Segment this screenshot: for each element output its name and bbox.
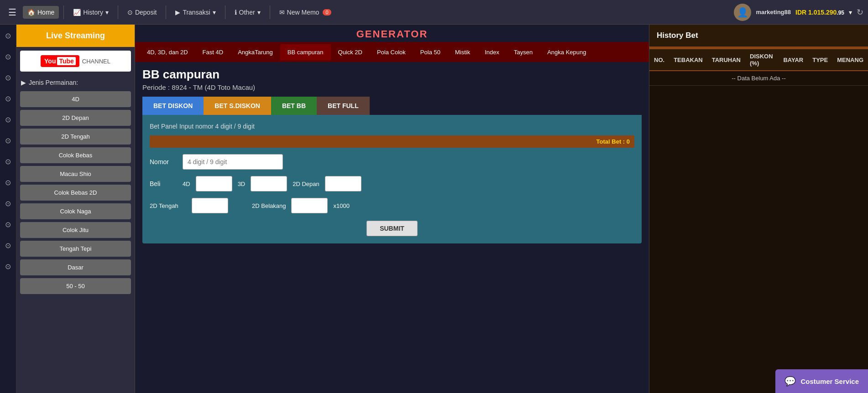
youtube-banner[interactable]: You Tube CHANNEL: [20, 51, 131, 72]
sidebar-icon-2[interactable]: ⊙: [2, 50, 15, 63]
menu-label-macau-shio: Macau Shio: [60, 171, 91, 177]
sidebar-icon-1[interactable]: ⊙: [2, 29, 15, 42]
label-2d-belakang: 2D Belakang: [252, 202, 286, 209]
input-3d[interactable]: [251, 176, 287, 191]
label-2d-depan: 2D Depan: [293, 181, 319, 187]
tab-label-fast4d: Fast 4D: [203, 49, 224, 56]
bet-tab-full[interactable]: BET FULL: [317, 97, 370, 115]
input-2d-belakang[interactable]: [291, 198, 328, 213]
deposit-icon: ⊙: [127, 9, 133, 16]
total-bet-bar: Total Bet : 0: [150, 135, 634, 148]
other-button[interactable]: ℹ Other ▾: [230, 6, 265, 19]
menu-label-colok-bebas: Colok Bebas: [59, 152, 93, 159]
tab-angka-kepung[interactable]: Angka Kepung: [540, 44, 593, 60]
menu-item-4d[interactable]: 4D: [20, 91, 131, 107]
play-icon: ▶: [175, 9, 180, 16]
col-type-label: TYPE: [812, 57, 828, 63]
col-tebakan: TEBAKAN: [669, 49, 707, 71]
col-bayar-label: BAYAR: [783, 57, 803, 63]
input-4d[interactable]: [196, 176, 232, 191]
refresh-button[interactable]: ↻: [857, 7, 863, 17]
sidebar-icon-9[interactable]: ⊙: [2, 197, 15, 210]
no-data-cell: -- Data Belum Ada --: [649, 71, 868, 86]
bet-tabs: BET DISKON BET S.DISKON BET BB BET FULL: [142, 97, 642, 115]
sidebar-icon-10[interactable]: ⊙: [2, 218, 15, 231]
customer-service-button[interactable]: 💬 Costumer Service: [775, 369, 868, 393]
sidebar-icon-4[interactable]: ⊙: [2, 92, 15, 105]
input-2d-tengah[interactable]: [192, 198, 228, 213]
menu-item-colok-naga[interactable]: Colok Naga: [20, 203, 131, 219]
menu-item-2d-tengah[interactable]: 2D Tengah: [20, 129, 131, 145]
submit-button[interactable]: SUBMIT: [366, 221, 418, 236]
sidebar-icon-5[interactable]: ⊙: [2, 113, 15, 126]
live-streaming-button[interactable]: Live Streaming: [16, 25, 135, 47]
home-button[interactable]: 🏠 Home: [23, 6, 59, 19]
main-layout: ⊙ ⊙ ⊙ ⊙ ⊙ ⊙ ⊙ ⊙ ⊙ ⊙ ⊙ ⊙ Live Streaming Y…: [0, 25, 868, 393]
generator-heading: GENERATOR: [135, 25, 649, 42]
nav-divider-4: [225, 5, 225, 19]
bet-tab-sdiskon[interactable]: BET S.DISKON: [204, 97, 271, 115]
table-row: -- Data Belum Ada --: [649, 71, 868, 86]
tab-label-pola-colok: Pola Colok: [377, 49, 406, 56]
tab-label-index: Index: [485, 49, 499, 56]
bet-panel-header: Bet Panel Input nomor 4 digit / 9 digit: [150, 122, 634, 130]
tab-mistik[interactable]: Mistik: [448, 44, 477, 60]
nav-divider-2: [118, 5, 118, 19]
newmemo-label: New Memo: [287, 9, 319, 16]
history-icon: 📈: [73, 9, 81, 16]
jenis-label: Jenis Permainan:: [29, 79, 78, 86]
menu-item-colok-bebas[interactable]: Colok Bebas: [20, 147, 131, 163]
sidebar-icon-3[interactable]: ⊙: [2, 71, 15, 84]
history-bet-table: NO. TEBAKAN TARUHAN DISKON (%) BAYAR TYP…: [649, 49, 868, 86]
tab-label-angka-kepung: Angka Kepung: [547, 49, 586, 56]
history-button[interactable]: 📈 History ▾: [68, 6, 113, 19]
col-tebakan-label: TEBAKAN: [674, 57, 703, 63]
sidebar-icon-8[interactable]: ⊙: [2, 176, 15, 189]
bet-tab-diskon[interactable]: BET DISKON: [142, 97, 204, 115]
home-icon: 🏠: [27, 9, 35, 16]
menu-item-macau-shio[interactable]: Macau Shio: [20, 166, 131, 182]
youtube-channel-label: CHANNEL: [82, 58, 110, 65]
avatar: 👤: [734, 4, 751, 21]
hamburger-menu[interactable]: ☰: [5, 5, 20, 20]
bet-panel-title: Bet Panel: [150, 123, 178, 130]
customer-service-label: Costumer Service: [800, 377, 859, 385]
bet-tab-bb[interactable]: BET BB: [271, 97, 317, 115]
sidebar-icon-12[interactable]: ⊙: [2, 260, 15, 273]
tab-4d-3d-2d[interactable]: 4D, 3D, dan 2D: [140, 44, 195, 60]
left-panel: Live Streaming You Tube CHANNEL ▶ Jenis …: [16, 25, 135, 393]
menu-label-50-50: 50 - 50: [66, 283, 84, 290]
tab-quick2d[interactable]: Quick 2D: [331, 44, 370, 60]
deposit-button[interactable]: ⊙ Deposit: [123, 6, 161, 19]
tab-fast4d[interactable]: Fast 4D: [195, 44, 231, 60]
bet-sdiskon-label: BET S.DISKON: [214, 102, 260, 109]
beli-label: Beli: [150, 180, 177, 187]
nav-divider-3: [166, 5, 166, 19]
right-panel: History Bet NO. TEBAKAN TARUHAN DISKON (…: [649, 25, 868, 393]
tab-label-quick2d: Quick 2D: [338, 49, 362, 56]
no-data-text: -- Data Belum Ada --: [732, 75, 786, 82]
menu-item-tengah-tepi[interactable]: Tengah Tepi: [20, 241, 131, 257]
tab-angkatarung[interactable]: AngkaTarung: [230, 44, 280, 60]
sidebar-icon-6[interactable]: ⊙: [2, 134, 15, 147]
sidebar-icon-7[interactable]: ⊙: [2, 155, 15, 168]
menu-item-dasar[interactable]: Dasar: [20, 259, 131, 275]
nomor-input[interactable]: [183, 154, 283, 170]
tab-index[interactable]: Index: [477, 44, 507, 60]
menu-item-2d-depan[interactable]: 2D Depan: [20, 110, 131, 126]
input-2d-depan[interactable]: [325, 176, 361, 191]
tab-bb-campuran[interactable]: BB campuran: [280, 44, 331, 60]
menu-item-colok-bebas-2d[interactable]: Colok Bebas 2D: [20, 185, 131, 201]
content-area: GENERATOR 4D, 3D, dan 2D Fast 4D AngkaTa…: [135, 25, 868, 393]
balance-chevron-icon: ▾: [849, 9, 852, 16]
tab-pola-50[interactable]: Pola 50: [413, 44, 448, 60]
history-bet-title: History Bet: [649, 25, 868, 47]
newmemo-button[interactable]: ✉ New Memo 0: [275, 6, 336, 19]
transaksi-button[interactable]: ▶ Transaksi ▾: [171, 6, 220, 19]
tab-pola-colok[interactable]: Pola Colok: [370, 44, 413, 60]
tab-taysen[interactable]: Taysen: [507, 44, 540, 60]
menu-label-4d: 4D: [72, 96, 79, 103]
sidebar-icon-11[interactable]: ⊙: [2, 239, 15, 252]
menu-item-colok-jitu[interactable]: Colok Jitu: [20, 222, 131, 238]
menu-item-50-50[interactable]: 50 - 50: [20, 278, 131, 294]
